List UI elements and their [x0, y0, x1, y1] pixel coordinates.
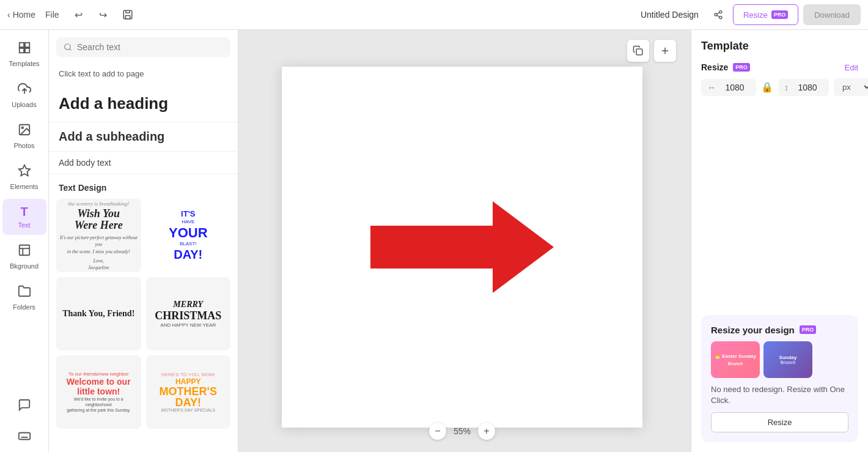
search-box[interactable]	[56, 37, 230, 57]
sidebar-item-background[interactable]: Bkground	[2, 237, 46, 276]
sidebar-item-text[interactable]: T Text	[2, 199, 46, 235]
svg-point-4	[719, 17, 722, 19]
svg-rect-7	[19, 43, 23, 47]
zoom-bar: − 55% +	[429, 423, 495, 440]
resize-label: Resize	[743, 10, 768, 20]
uploads-icon	[18, 82, 31, 98]
svg-point-13	[21, 127, 23, 128]
unit-select[interactable]: px in cm mm	[834, 78, 868, 96]
text-card-5[interactable]: To our friends/new neighbor Welcome to o…	[56, 355, 141, 429]
redo-button[interactable]: ↪	[94, 5, 113, 24]
text-design-grid: the scenery is breathtaking! Wish YouWer…	[49, 199, 238, 436]
add-heading-button[interactable]: Add a heading	[49, 86, 238, 122]
sidebar-item-label: Text	[18, 221, 30, 229]
svg-point-24	[65, 44, 70, 50]
add-page-button[interactable]	[654, 40, 676, 62]
svg-rect-26	[636, 49, 642, 55]
home-label: Home	[13, 10, 35, 20]
text-card-4[interactable]: MERRY CHRISTMAS AND HAPPY NEW YEAR	[146, 277, 231, 350]
dimension-row: ↔ 🔒 ↕ px in cm mm	[701, 78, 858, 96]
background-icon	[18, 243, 31, 260]
svg-line-5	[717, 15, 720, 17]
svg-rect-9	[19, 48, 23, 53]
sidebar-item-templates[interactable]: Templates	[2, 35, 46, 73]
svg-point-3	[715, 13, 717, 16]
undo-button[interactable]: ↩	[69, 5, 89, 24]
add-subheading-button[interactable]: Add a subheading	[49, 122, 238, 152]
lock-icon[interactable]: 🔒	[761, 81, 773, 93]
canvas[interactable]	[282, 67, 642, 428]
zoom-level: 55%	[454, 426, 471, 436]
home-button[interactable]: ‹ Home	[7, 10, 35, 20]
duplicate-page-button[interactable]	[627, 40, 649, 62]
photos-icon	[18, 123, 31, 139]
height-icon: ↕	[784, 83, 789, 92]
resize-promo-pro: PRO	[800, 325, 817, 334]
share-button[interactable]	[708, 5, 728, 24]
add-body-button[interactable]: Add body text	[49, 152, 238, 174]
text-panel: Click text to add to page Add a heading …	[49, 30, 238, 452]
resize-promo-label: Resize your design	[711, 325, 795, 335]
text-card-6[interactable]: HERE'S TO YOU, MOM! HAPPY MOTHER'SDAY! M…	[146, 355, 231, 429]
save-icon[interactable]	[118, 5, 138, 24]
templates-icon	[18, 41, 31, 57]
width-input[interactable]	[719, 83, 750, 92]
sidebar-item-folders[interactable]: Folders	[2, 278, 46, 317]
icon-sidebar: Templates Uploads Photos	[0, 30, 49, 452]
svg-rect-10	[24, 48, 29, 53]
width-box: ↔	[701, 79, 756, 96]
text-card-2[interactable]: IT'S HAVE YOUR BLAST! DAY!	[146, 199, 231, 272]
sidebar-item-elements[interactable]: Elements	[2, 158, 46, 196]
design-title[interactable]: Untitled Design	[636, 7, 704, 22]
resize-promo-button[interactable]: Resize	[711, 412, 848, 432]
sidebar-item-label: Bkground	[10, 262, 39, 270]
topbar-left: ‹ Home File ↩ ↪	[7, 5, 138, 24]
resize-button[interactable]: Resize PRO	[733, 4, 798, 25]
search-input[interactable]	[77, 42, 223, 52]
red-arrow	[370, 198, 554, 296]
search-area	[49, 30, 238, 62]
svg-line-6	[717, 12, 720, 14]
resize-promo: Resize your design PRO 🐣 Easter Sunday B…	[701, 315, 858, 442]
canvas-toolbar	[627, 40, 676, 62]
zoom-in-button[interactable]: +	[478, 423, 495, 440]
download-button[interactable]: Download	[803, 4, 861, 25]
chevron-left-icon: ‹	[7, 10, 10, 20]
canvas-area: − 55% +	[238, 30, 686, 452]
text-card-3[interactable]: Thank You, Friend!	[56, 277, 141, 350]
promo-image-left: 🐣 Easter Sunday Brunch	[711, 341, 760, 378]
search-icon	[64, 43, 72, 51]
resize-header: Resize PRO Edit	[701, 62, 858, 72]
edit-link[interactable]: Edit	[845, 63, 858, 72]
sidebar-item-uploads[interactable]: Uploads	[2, 76, 46, 114]
sidebar-item-label: Uploads	[12, 101, 36, 108]
sidebar-item-label: Folders	[13, 303, 35, 311]
svg-rect-15	[19, 245, 29, 256]
text-card-1[interactable]: the scenery is breathtaking! Wish YouWer…	[56, 199, 141, 272]
keyboard-icon	[18, 429, 31, 446]
svg-line-25	[70, 49, 72, 51]
elements-icon	[18, 164, 31, 180]
chat-icon	[18, 398, 31, 415]
text-icon: T	[20, 205, 28, 219]
height-input[interactable]	[792, 83, 823, 92]
click-to-add-text: Click text to add to page	[49, 62, 238, 86]
sidebar-item-photos[interactable]: Photos	[2, 117, 46, 155]
resize-promo-desc: No need to redesign. Resize with One Cli…	[711, 384, 848, 406]
svg-marker-29	[370, 201, 554, 293]
svg-rect-8	[24, 43, 29, 47]
sidebar-item-chat[interactable]	[2, 392, 46, 421]
text-design-label: Text Design	[49, 174, 238, 199]
resize-pro-badge: PRO	[733, 63, 750, 72]
file-menu[interactable]: File	[40, 7, 64, 22]
panel-divider[interactable]	[686, 30, 691, 452]
sidebar-item-keyboard[interactable]	[2, 423, 46, 452]
sidebar-item-label: Photos	[13, 142, 34, 149]
template-title: Template	[701, 40, 858, 53]
sidebar-item-label: Templates	[9, 60, 39, 67]
resize-promo-title: Resize your design PRO	[711, 325, 848, 335]
svg-rect-1	[125, 16, 130, 19]
promo-image-right: Sunday Brunch	[763, 341, 812, 378]
zoom-out-button[interactable]: −	[429, 423, 446, 440]
topbar: ‹ Home File ↩ ↪ Untitled Design Resize P…	[0, 0, 868, 30]
